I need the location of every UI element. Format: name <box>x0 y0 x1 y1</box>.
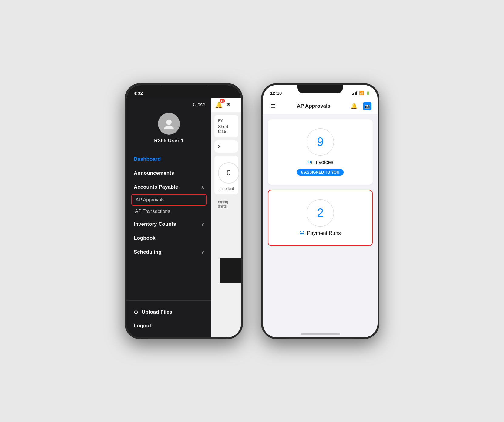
notch-left <box>161 85 207 93</box>
nav-inventory-counts[interactable]: Inventory Counts ∨ <box>126 217 211 231</box>
app-header: ☰ AP Approvals 🔔 📷 <box>263 98 378 114</box>
header-icons: 🔔 📷 <box>350 102 371 110</box>
bell-icon: 🔔 <box>215 102 223 108</box>
section-value2: 8 <box>214 140 238 153</box>
username: R365 User 1 <box>154 138 183 144</box>
close-button[interactable]: Close <box>193 102 205 107</box>
logout-item[interactable]: Logout <box>134 319 204 333</box>
nav-ap-approvals[interactable]: AP Approvals <box>131 194 207 206</box>
section-important: 0 Important <box>214 156 238 194</box>
wifi-icon: 📶 <box>359 91 364 95</box>
camera-header-icon: 📷 <box>365 104 370 109</box>
nav-items: Dashboard Announcements Accounts Payable… <box>126 150 211 300</box>
bottom-text: oming shifts <box>214 197 238 211</box>
payment-runs-label-row: 🏛 Payment Runs <box>300 230 341 236</box>
invoices-label: Invoices <box>314 159 333 165</box>
nav-accounts-payable[interactable]: Accounts Payable ∧ <box>126 180 211 194</box>
nav-logbook[interactable]: Logbook <box>126 231 211 245</box>
time-left: 4:32 <box>134 90 143 96</box>
svg-point-0 <box>166 120 172 125</box>
payment-runs-card[interactable]: 2 🏛 Payment Runs <box>268 190 373 246</box>
camera-button[interactable]: 📷 <box>363 102 371 110</box>
assigned-badge: 6 ASSIGNED TO YOU <box>297 169 344 176</box>
section-ry-label: RY <box>218 119 234 122</box>
chevron-down-icon: ∨ <box>201 222 204 227</box>
home-indicator-right <box>301 333 340 335</box>
section-ry: RY Short 08.9 <box>214 115 238 137</box>
section-short: Short <box>218 124 234 129</box>
menu-button[interactable]: ☰ <box>269 102 277 110</box>
home-indicator-left <box>164 337 203 339</box>
right-panel: 🔔 13 ✉ RY Short 08.9 8 0 <box>211 98 241 337</box>
screen-right: ☰ AP Approvals 🔔 📷 9 🖲 <box>263 98 378 337</box>
chevron-up-icon: ∧ <box>201 185 204 190</box>
mail-icon: ✉ <box>226 102 231 108</box>
notification-badge: 13 <box>220 99 225 103</box>
payment-runs-label: Payment Runs <box>307 230 341 236</box>
circle-badge: 0 <box>218 162 239 184</box>
payment-runs-icon: 🏛 <box>300 231 304 236</box>
notification-bell: 🔔 13 <box>215 101 223 109</box>
avatar <box>158 113 180 135</box>
sidebar-footer: ⊙ Upload Files Logout <box>126 300 211 337</box>
black-square-artifact <box>220 258 241 283</box>
battery-icon: 🔋 <box>366 91 370 95</box>
invoices-label-row: 🖲 Invoices <box>307 159 333 165</box>
nav-dashboard[interactable]: Dashboard <box>126 152 211 166</box>
user-section: R365 User 1 <box>126 110 211 150</box>
hamburger-icon: ☰ <box>271 103 276 110</box>
signal-icon <box>352 91 357 95</box>
phone-left: 4:32 Close R365 User 1 <box>125 83 243 339</box>
cards-container: 9 🖲 Invoices 6 ASSIGNED TO YOU 2 🏛 Payme… <box>263 114 378 333</box>
section-value1: 08.9 <box>218 129 234 134</box>
circle-label: Important <box>218 187 234 191</box>
app-title: AP Approvals <box>297 103 331 109</box>
payment-runs-count-circle: 2 <box>307 199 334 227</box>
payment-runs-count: 2 <box>317 206 324 220</box>
status-icons-right: 📶 🔋 <box>352 91 370 95</box>
notch-right <box>297 85 343 93</box>
user-avatar-icon <box>163 118 175 130</box>
sidebar-header: Close <box>126 98 211 110</box>
nav-announcements[interactable]: Announcements <box>126 166 211 180</box>
phone-right: 12:10 📶 🔋 ☰ AP Approvals 🔔 📷 <box>261 83 379 339</box>
invoices-card[interactable]: 9 🖲 Invoices 6 ASSIGNED TO YOU <box>268 119 373 185</box>
time-right: 12:10 <box>270 90 282 96</box>
invoices-count-circle: 9 <box>307 128 334 156</box>
right-panel-header: 🔔 13 ✉ <box>211 98 241 112</box>
screen-left: Close R365 User 1 Dashboard Announcement… <box>126 98 241 337</box>
nav-scheduling[interactable]: Scheduling ∨ <box>126 245 211 259</box>
invoices-count: 9 <box>317 135 324 149</box>
camera-icon: ⊙ <box>134 309 138 316</box>
bell-header-icon: 🔔 <box>351 103 357 110</box>
nav-ap-transactions[interactable]: AP Transactions <box>126 206 211 217</box>
upload-files-item[interactable]: ⊙ Upload Files <box>134 306 204 319</box>
invoices-icon: 🖲 <box>307 160 312 165</box>
chevron-down-scheduling-icon: ∨ <box>201 250 204 255</box>
bell-button[interactable]: 🔔 <box>350 102 358 110</box>
right-panel-content: RY Short 08.9 8 0 Important oming shifts <box>211 112 241 337</box>
sidebar: Close R365 User 1 Dashboard Announcement… <box>126 98 211 337</box>
